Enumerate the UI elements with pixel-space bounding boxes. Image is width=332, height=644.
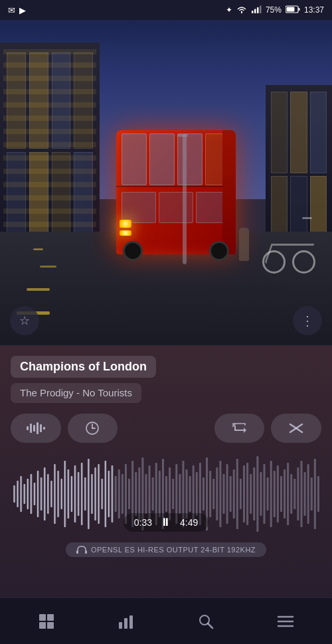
svg-rect-110 (85, 550, 87, 554)
svg-rect-37 (78, 472, 80, 516)
bottom-nav (0, 598, 332, 644)
svg-rect-54 (135, 472, 137, 516)
svg-rect-42 (94, 467, 96, 521)
svg-rect-27 (44, 467, 46, 521)
svg-rect-80 (222, 474, 224, 514)
svg-rect-95 (274, 471, 276, 517)
svg-rect-100 (290, 474, 292, 514)
svg-rect-44 (101, 479, 103, 509)
controls-row (11, 414, 321, 443)
pause-icon[interactable]: ⏸ (160, 517, 172, 528)
svg-rect-2 (257, 7, 259, 13)
nav-grid-button[interactable] (30, 605, 63, 638)
svg-rect-20 (20, 476, 22, 512)
svg-rect-59 (152, 477, 154, 511)
nav-menu-button[interactable] (269, 605, 302, 638)
svg-rect-21 (23, 484, 25, 504)
svg-rect-9 (33, 425, 35, 432)
clock-icon (85, 421, 100, 436)
track-title-text: Champions of London (20, 360, 147, 373)
svg-rect-28 (47, 474, 49, 514)
svg-rect-115 (119, 622, 122, 629)
svg-rect-72 (196, 472, 198, 516)
repeat-button[interactable] (214, 414, 265, 443)
svg-rect-88 (250, 474, 252, 514)
mail-icon: ✉ (8, 5, 15, 15)
svg-rect-69 (186, 469, 188, 519)
star-icon: ☆ (19, 313, 30, 328)
svg-rect-50 (122, 474, 124, 514)
shuffle-icon (289, 421, 303, 436)
svg-rect-112 (47, 614, 54, 621)
svg-rect-7 (27, 426, 29, 430)
more-options-button[interactable]: ⋮ (293, 306, 322, 335)
svg-rect-22 (27, 479, 29, 509)
audio-output-text: OPENSL ES HI-RES OUTPUT 24-BIT 192KHZ (91, 546, 256, 554)
bicycle (262, 214, 315, 274)
svg-rect-48 (115, 476, 117, 512)
svg-rect-97 (280, 476, 282, 512)
svg-rect-76 (209, 471, 211, 517)
svg-rect-18 (13, 485, 15, 503)
repeat-icon (232, 421, 248, 436)
wifi-icon (236, 5, 247, 15)
svg-rect-24 (34, 483, 36, 505)
nav-bars-button[interactable] (110, 605, 143, 638)
svg-rect-111 (39, 614, 46, 621)
waveform-display[interactable]: 0:33 ⏸ 4:49 (11, 451, 321, 537)
history-button[interactable] (68, 414, 118, 443)
svg-rect-34 (67, 469, 69, 519)
svg-rect-64 (169, 467, 171, 521)
svg-rect-65 (172, 479, 174, 509)
svg-rect-78 (216, 467, 218, 521)
svg-rect-31 (57, 471, 59, 517)
svg-rect-8 (30, 424, 32, 433)
svg-rect-108 (317, 476, 319, 512)
svg-rect-77 (212, 479, 214, 509)
svg-rect-61 (159, 471, 161, 517)
bluetooth-icon: ✦ (226, 5, 232, 15)
favorite-button[interactable]: ☆ (10, 306, 39, 335)
playback-info-overlay: 0:33 ⏸ 4:49 (11, 513, 321, 532)
building-left (0, 42, 100, 254)
svg-rect-25 (37, 471, 39, 517)
bars-chart-icon (118, 613, 135, 630)
svg-rect-82 (230, 476, 232, 512)
svg-rect-23 (31, 474, 33, 514)
svg-rect-93 (267, 477, 269, 511)
svg-rect-104 (304, 472, 306, 516)
svg-rect-109 (76, 550, 78, 554)
svg-rect-11 (40, 424, 42, 432)
svg-rect-70 (189, 476, 191, 512)
waveform-button[interactable] (11, 414, 61, 443)
nav-search-button[interactable] (189, 605, 222, 638)
shuffle-button[interactable] (271, 414, 321, 443)
search-icon (197, 613, 214, 630)
svg-rect-102 (297, 467, 299, 521)
track-album-text: The Prodigy - No Tourists (20, 387, 132, 398)
player-panel: Champions of London The Prodigy - No Tou… (0, 345, 332, 598)
svg-rect-12 (43, 427, 45, 430)
signal-icon (251, 5, 262, 15)
svg-rect-113 (39, 622, 46, 629)
grid-icon (38, 613, 55, 630)
svg-rect-89 (253, 467, 255, 521)
svg-rect-39 (84, 477, 86, 511)
audio-output-bar: OPENSL ES HI-RES OUTPUT 24-BIT 192KHZ (11, 542, 321, 557)
svg-rect-46 (108, 471, 110, 517)
svg-rect-101 (293, 479, 295, 509)
svg-line-119 (208, 623, 212, 628)
headphone-icon (76, 546, 87, 554)
svg-rect-116 (124, 618, 127, 629)
street-lamp (183, 134, 187, 264)
svg-rect-106 (311, 477, 313, 511)
svg-rect-52 (128, 479, 130, 509)
battery-icon (286, 4, 300, 16)
status-left: ✉ ▶ (8, 5, 26, 15)
dots-icon: ⋮ (301, 314, 314, 327)
track-title-pill: Champions of London (11, 356, 156, 378)
svg-rect-35 (71, 476, 73, 512)
svg-rect-19 (17, 481, 19, 507)
svg-rect-91 (260, 472, 262, 516)
waveform-icon (26, 421, 46, 436)
